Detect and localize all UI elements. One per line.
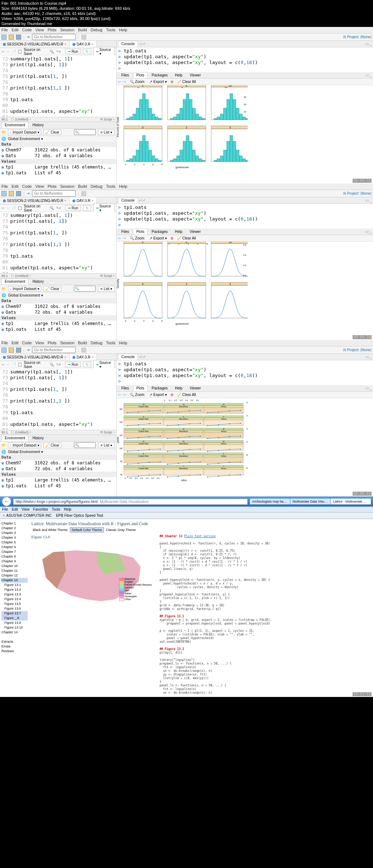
menubar[interactable]: FileEditCodeViewPlotsSessionBuildDebugTo… xyxy=(0,183,373,190)
console[interactable]: > tp1.oats> update(tp1.oats, aspect="xy"… xyxy=(117,47,373,72)
browser-tab[interactable]: Archeologists may have solved... xyxy=(250,499,290,504)
source-button[interactable]: ➡Source ▾ xyxy=(93,47,115,56)
env-search[interactable] xyxy=(74,286,96,292)
run-button[interactable]: ➡Run xyxy=(65,49,81,54)
rerun-button[interactable]: ↻ xyxy=(83,362,91,367)
next-plot-icon[interactable]: ⇨ xyxy=(123,393,126,397)
env-toolbar[interactable]: 📁↓ Import Dataset ▾🧹 Clear≡ List ▾ xyxy=(0,441,116,449)
env-tabs[interactable]: EnvironmentHistory xyxy=(0,435,116,441)
env-tabs[interactable]: EnvironmentHistory xyxy=(0,122,116,128)
env-tabs[interactable]: EnvironmentHistory xyxy=(0,278,116,285)
delete-plot-icon[interactable]: ⊘ xyxy=(170,80,173,84)
plot-tabs[interactable]: FilesPlotsPackagesHelpViewer▭ _ xyxy=(117,72,373,79)
env-search[interactable] xyxy=(74,129,96,135)
prev-plot-icon[interactable]: ⇦ xyxy=(118,393,121,397)
open-file-icon[interactable] xyxy=(9,191,14,196)
clear-plots-button[interactable]: 🧹 Clear All xyxy=(176,236,197,241)
delete-plot-icon[interactable]: ⊘ xyxy=(170,236,173,240)
editor-toolbar[interactable]: ⇦⇨📄Source on Save🔍✎▾➡Run↻➡Source ▾ xyxy=(0,361,116,368)
list-view-button[interactable]: ≡ List ▾ xyxy=(98,286,115,292)
back-icon[interactable]: ⇦ xyxy=(1,206,4,210)
source-on-save-checkbox[interactable] xyxy=(18,363,21,366)
source-on-save-checkbox[interactable] xyxy=(18,50,21,53)
browser-tab[interactable]: Multivariate Data Visualization ... xyxy=(290,499,330,504)
rerun-button[interactable]: ↻ xyxy=(83,205,91,211)
clear-plots-button[interactable]: 🧹 Clear All xyxy=(176,392,197,397)
run-button[interactable]: ➡Run xyxy=(65,362,81,367)
back-icon[interactable]: ⇦ xyxy=(1,362,4,366)
zoom-button[interactable]: 🔍 Zoom xyxy=(128,79,146,84)
import-button[interactable]: ↓ Import Dataset ▾ xyxy=(8,443,41,448)
theme-selector[interactable]: Black and White Theme Default Color Them… xyxy=(31,528,371,532)
console[interactable]: > tp1.oats> update(tp1.oats, aspect="xy"… xyxy=(117,204,373,229)
clear-env-button[interactable]: 🧹 Clear xyxy=(43,443,61,448)
code-editor[interactable]: 72summary(tp1.oats[, 1])73print(tp1.oats… xyxy=(0,55,116,117)
console-tabs[interactable]: Console~/ ⏎▭ _ xyxy=(117,354,373,360)
source-button[interactable]: ➡Source ▾ xyxy=(93,203,115,213)
plot-tabs[interactable]: FilesPlotsPackagesHelpViewer▭ _ xyxy=(117,385,373,392)
goto-input[interactable] xyxy=(32,190,76,197)
goto-input[interactable] xyxy=(32,347,76,353)
open-file-icon[interactable] xyxy=(9,35,14,40)
chapter-sidebar[interactable]: Chapter 1Chapter 2Chapter 3Chapter 4Chap… xyxy=(0,519,29,697)
clear-env-button[interactable]: 🧹 Clear xyxy=(43,130,61,135)
menubar[interactable]: FileEditCodeViewPlotsSessionBuildDebugTo… xyxy=(0,340,373,346)
save-icon[interactable] xyxy=(16,191,21,196)
run-button[interactable]: ➡Run xyxy=(65,205,81,211)
main-toolbar[interactable]: |➜|ℝ Project: (None) xyxy=(0,190,373,197)
main-toolbar[interactable]: |➜|ℝ Project: (None) xyxy=(0,33,373,41)
code-editor[interactable]: 72summary(tp1.oats[, 1])73print(tp1.oats… xyxy=(0,368,116,430)
open-file-icon[interactable] xyxy=(9,348,14,353)
env-body[interactable]: Data◉Chem9731022 obs. of 8 variables◉Oat… xyxy=(0,298,116,340)
next-plot-icon[interactable]: ⇨ xyxy=(123,236,126,240)
new-file-icon[interactable] xyxy=(1,35,7,40)
back-icon[interactable]: ⇦ xyxy=(1,49,4,53)
project-label[interactable]: ℝ Project: (None) xyxy=(343,348,372,352)
prev-plot-icon[interactable]: ⇦ xyxy=(118,80,121,84)
project-label[interactable]: ℝ Project: (None) xyxy=(343,191,372,195)
console-tabs[interactable]: Console~/ ⏎▭ _ xyxy=(117,197,373,204)
save-icon[interactable] xyxy=(16,348,21,353)
clear-plots-button[interactable]: 🧹 Clear All xyxy=(176,79,197,84)
goto-input[interactable] xyxy=(32,34,76,40)
env-toolbar[interactable]: 📁↓ Import Dataset ▾🧹 Clear≡ List ▾ xyxy=(0,128,116,136)
next-plot-icon[interactable]: ⇨ xyxy=(123,80,126,84)
zoom-button[interactable]: 🔍 Zoom xyxy=(128,392,146,397)
new-file-icon[interactable] xyxy=(1,191,7,196)
prev-plot-icon[interactable]: ⇦ xyxy=(118,236,121,240)
plot-toolbar[interactable]: ⇦⇨🔍 Zoom↗ Export ▾⊘🧹 Clear All xyxy=(117,392,373,398)
editor-toolbar[interactable]: ⇦⇨📄Source on Save🔍✎▾➡Run↻➡Source ▾ xyxy=(0,205,116,212)
editor-toolbar[interactable]: ⇦⇨📄Source on Save🔍✎▾➡Run↻➡Source ▾ xyxy=(0,48,116,55)
delete-plot-icon[interactable]: ⊘ xyxy=(170,393,173,397)
favorites-bar[interactable]: ★ ASUSTeK COMPUTER INCEPB Fiber Optics S… xyxy=(0,512,373,519)
import-button[interactable]: ↓ Import Dataset ▾ xyxy=(8,286,41,292)
console[interactable]: > tp1.oats> update(tp1.oats, aspect="xy"… xyxy=(117,360,373,385)
plot-toolbar[interactable]: ⇦⇨🔍 Zoom↗ Export ▾⊘🧹 Clear All xyxy=(117,79,373,85)
url-bar[interactable]: http://lmdvr.r-forge.r-project.org/figur… xyxy=(13,499,248,505)
export-button[interactable]: ↗ Export ▾ xyxy=(148,236,168,241)
browser-menu[interactable]: FileEditViewFavoritesToolsHelp xyxy=(0,507,373,512)
addins-icon[interactable] xyxy=(81,35,86,40)
source-on-save-checkbox[interactable] xyxy=(18,206,21,210)
export-button[interactable]: ↗ Export ▾ xyxy=(148,79,168,84)
new-file-icon[interactable] xyxy=(1,348,7,353)
save-icon[interactable] xyxy=(16,35,21,40)
plot-tabs[interactable]: FilesPlotsPackagesHelpViewer▭ _ xyxy=(117,229,373,235)
console-tabs[interactable]: Console~/ ⏎▭ _ xyxy=(117,41,373,47)
source-button[interactable]: ➡Source ▾ xyxy=(93,360,115,369)
env-toolbar[interactable]: 📁↓ Import Dataset ▾🧹 Clear≡ List ▾ xyxy=(0,285,116,293)
addins-icon[interactable] xyxy=(81,191,86,196)
zoom-button[interactable]: 🔍 Zoom xyxy=(128,236,146,241)
plot-toolbar[interactable]: ⇦⇨🔍 Zoom↗ Export ▾⊘🧹 Clear All xyxy=(117,235,373,242)
export-button[interactable]: ↗ Export ▾ xyxy=(148,392,168,397)
list-view-button[interactable]: ≡ List ▾ xyxy=(98,443,115,448)
list-view-button[interactable]: ≡ List ▾ xyxy=(98,130,115,135)
menubar[interactable]: FileEditCodeViewPlotsSessionBuildDebugTo… xyxy=(0,27,373,33)
main-toolbar[interactable]: |➜|ℝ Project: (None) xyxy=(0,346,373,354)
clear-env-button[interactable]: 🧹 Clear xyxy=(43,286,61,292)
env-body[interactable]: Data◉Chem9731022 obs. of 8 variables◉Oat… xyxy=(0,142,116,183)
code-editor[interactable]: 72summary(tp1.oats[, 1])73print(tp1.oats… xyxy=(0,212,116,273)
browser-tab[interactable]: Lattice - Multivariate Data V... xyxy=(331,499,371,504)
back-button[interactable]: ← xyxy=(2,497,11,506)
import-button[interactable]: ↓ Import Dataset ▾ xyxy=(8,130,41,135)
